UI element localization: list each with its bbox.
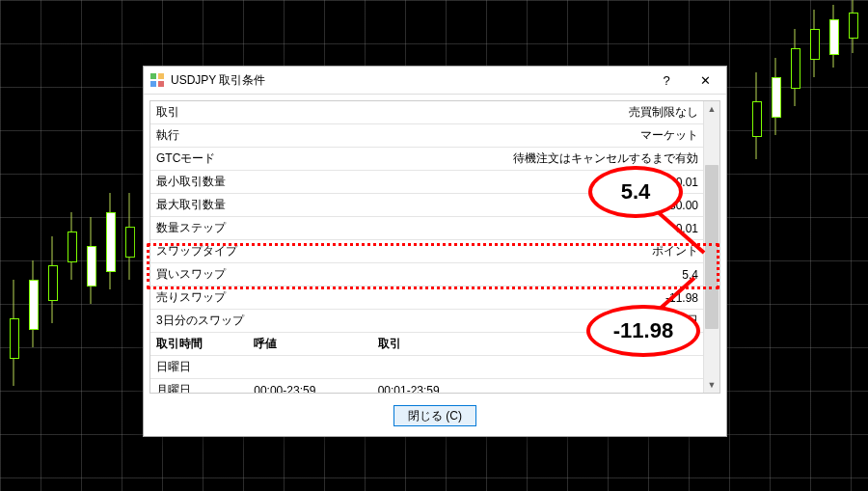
spec-value: 0.01	[372, 217, 704, 240]
session-quote: 00:00-23:59	[248, 379, 371, 395]
scroll-thumb[interactable]	[705, 165, 719, 329]
spec-label: 数量ステップ	[150, 217, 372, 240]
spec-row: 執行マーケット	[150, 124, 704, 148]
col-trade: 取引	[372, 333, 704, 356]
session-trade	[372, 356, 704, 379]
spec-row: スワップタイプポイント	[150, 240, 704, 263]
session-row: 日曜日	[150, 356, 704, 379]
spec-row: GTCモード待機注文はキャンセルするまで有効	[150, 148, 704, 171]
spec-value: 5.4	[372, 263, 704, 286]
dialog-content: 取引売買制限なし執行マーケットGTCモード待機注文はキャンセルするまで有効最小取…	[144, 95, 726, 399]
spec-row: 最大取引数量80.00	[150, 194, 704, 217]
titlebar[interactable]: USDJPY 取引条件 ? ✕	[144, 67, 726, 95]
spec-row: 取引売買制限なし	[150, 101, 704, 124]
app-icon	[149, 72, 165, 88]
close-dialog-button[interactable]: 閉じる (C)	[393, 405, 476, 426]
svg-rect-0	[150, 73, 156, 79]
dialog-footer: 閉じる (C)	[144, 399, 726, 436]
spec-value: 0.01	[372, 171, 704, 194]
scroll-down-icon[interactable]: ▼	[708, 377, 717, 393]
session-row: 月曜日00:00-23:5900:01-23:59	[150, 379, 704, 395]
spec-row: 数量ステップ0.01	[150, 217, 704, 240]
scroll-up-icon[interactable]: ▲	[708, 101, 717, 117]
spec-row: 3日分のスワップ水曜日	[150, 310, 704, 333]
svg-rect-2	[150, 81, 156, 87]
spec-table: 取引売買制限なし執行マーケットGTCモード待機注文はキャンセルするまで有効最小取…	[150, 101, 704, 394]
help-button[interactable]: ?	[647, 68, 686, 93]
spec-value: -11.98	[372, 286, 704, 310]
spec-row: 売りスワップ-11.98	[150, 286, 704, 310]
spec-label: 3日分のスワップ	[150, 310, 372, 333]
spec-label: 取引	[150, 101, 372, 124]
col-quote: 呼値	[248, 333, 371, 356]
spec-value: ポイント	[372, 240, 704, 263]
spec-dialog: USDJPY 取引条件 ? ✕ 取引売買制限なし執行マーケットGTCモード待機注…	[143, 66, 727, 437]
close-button[interactable]: ✕	[686, 68, 724, 93]
col-session: 取引時間	[150, 333, 248, 356]
spec-table-wrap: 取引売買制限なし執行マーケットGTCモード待機注文はキャンセルするまで有効最小取…	[149, 100, 720, 394]
spec-value: 80.00	[372, 194, 704, 217]
spec-label: GTCモード	[150, 148, 372, 171]
session-quote	[248, 356, 371, 379]
svg-rect-1	[158, 73, 164, 79]
spec-value: 売買制限なし	[372, 101, 704, 124]
spec-label: 執行	[150, 124, 372, 148]
window-title: USDJPY 取引条件	[171, 72, 647, 89]
session-day: 日曜日	[150, 356, 248, 379]
session-header-row: 取引時間 呼値 取引	[150, 333, 704, 356]
spec-row: 買いスワップ5.4	[150, 263, 704, 286]
vertical-scrollbar[interactable]: ▲ ▼	[703, 101, 719, 393]
spec-label: 最大取引数量	[150, 194, 372, 217]
svg-rect-3	[158, 81, 164, 87]
spec-row: 最小取引数量0.01	[150, 171, 704, 194]
spec-value: マーケット	[372, 124, 704, 148]
spec-label: スワップタイプ	[150, 240, 372, 263]
spec-label: 売りスワップ	[150, 286, 372, 310]
session-trade: 00:01-23:59	[372, 379, 704, 395]
spec-value: 水曜日	[372, 310, 704, 333]
spec-label: 買いスワップ	[150, 263, 372, 286]
spec-label: 最小取引数量	[150, 171, 372, 194]
spec-value: 待機注文はキャンセルするまで有効	[372, 148, 704, 171]
session-day: 月曜日	[150, 379, 248, 395]
